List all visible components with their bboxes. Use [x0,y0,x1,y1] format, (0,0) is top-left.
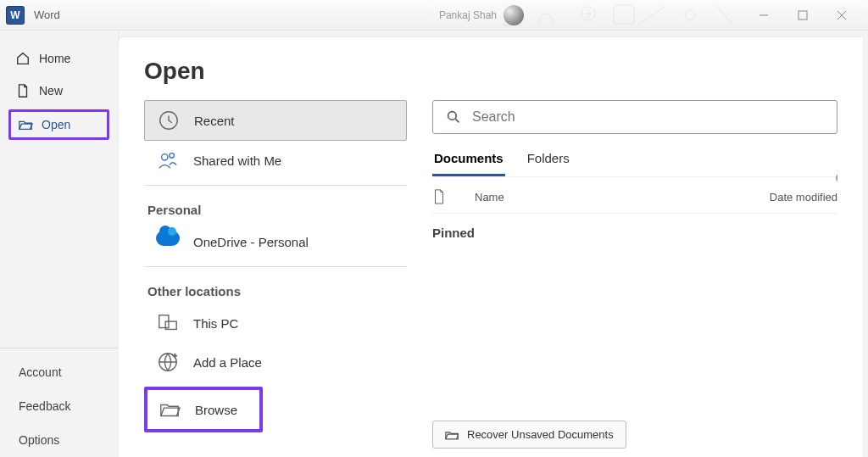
nav-label: New [39,84,63,98]
user-name[interactable]: Pankaj Shah [439,9,497,21]
location-label: This PC [193,316,238,331]
recover-unsaved-button[interactable]: Recover Unsaved Documents [432,421,626,449]
people-icon [156,149,180,171]
user-avatar[interactable] [504,5,524,25]
svg-point-8 [162,154,168,160]
open-panel: Open Recent Shared with Me Personal OneD… [119,37,863,457]
svg-line-14 [455,119,459,122]
backstage-sidebar: Home New Open Account Feedback Options [0,31,119,457]
tab-folders[interactable]: Folders [526,146,571,176]
file-list-header: Name Date modified [432,177,837,214]
search-icon [447,110,460,124]
nav-label: Open [42,118,70,131]
svg-point-13 [448,112,457,120]
file-pane: Documents Folders Name Date modified Pin… [432,100,837,449]
nav-new[interactable]: New [0,75,118,107]
location-label: Browse [195,403,237,417]
location-label: Shared with Me [193,153,281,168]
location-onedrive[interactable]: OneDrive - Personal [144,222,407,261]
close-button[interactable] [822,2,861,29]
new-doc-icon [15,83,31,98]
home-icon [15,51,31,66]
search-box[interactable] [432,100,837,134]
folder-open-icon [18,117,33,132]
location-shared[interactable]: Shared with Me [144,141,407,180]
svg-point-2 [685,10,695,20]
col-name[interactable]: Name [454,191,761,203]
scrollbar[interactable] [834,173,837,449]
pinned-section: Pinned [432,214,837,252]
nav-label: Home [39,52,70,65]
button-label: Recover Unsaved Documents [467,428,614,441]
nav-account[interactable]: Account [0,355,118,389]
folder-open-icon [445,429,459,441]
location-thispc[interactable]: This PC [144,304,407,343]
section-personal: Personal [144,191,407,222]
nav-options[interactable]: Options [0,423,118,457]
locations-list: Recent Shared with Me Personal OneDrive … [144,100,407,449]
location-addplace[interactable]: Add a Place [144,343,407,382]
title-bar: W Word Pankaj Shah [0,0,868,31]
svg-rect-1 [614,5,634,24]
page-title: Open [144,58,837,85]
section-other: Other locations [144,272,407,304]
nav-feedback[interactable]: Feedback [0,389,118,423]
svg-point-9 [170,153,175,159]
onedrive-icon [156,231,180,253]
file-icon [432,189,446,204]
maximize-button[interactable] [783,2,822,29]
location-label: OneDrive - Personal [193,235,309,249]
nav-home[interactable]: Home [0,42,118,75]
clock-icon [157,109,181,131]
minimize-button[interactable] [744,2,783,29]
nav-open[interactable]: Open [8,109,109,140]
tab-documents[interactable]: Documents [432,146,505,176]
location-recent[interactable]: Recent [144,100,407,141]
app-title: Word [34,8,60,21]
word-app-icon: W [7,7,24,24]
nav-footer: Account Feedback Options [0,348,118,457]
location-browse[interactable]: Browse [154,393,253,426]
folder-open-icon [158,398,181,421]
location-label: Add a Place [193,355,262,370]
tabs: Documents Folders [432,146,837,177]
browse-highlight: Browse [144,387,263,432]
thispc-icon [156,312,180,334]
location-label: Recent [194,114,235,128]
search-input[interactable] [472,109,823,125]
svg-point-0 [581,7,595,20]
add-place-icon [156,351,180,373]
svg-rect-4 [798,11,807,20]
col-date[interactable]: Date modified [770,191,837,203]
